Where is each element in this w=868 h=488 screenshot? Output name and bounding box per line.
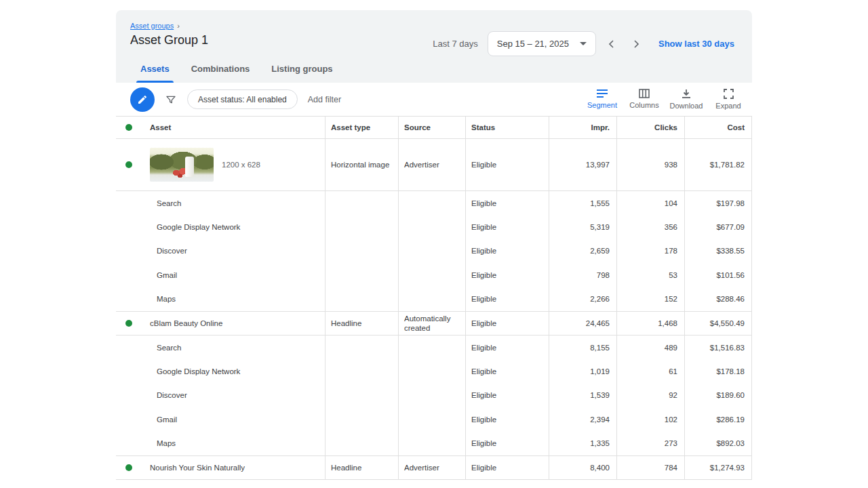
asset-name: cBlam Beauty Online xyxy=(150,319,222,327)
table-row[interactable]: cBlam Beauty Online Headline Automatical… xyxy=(116,311,752,336)
column-header-asset[interactable]: Asset xyxy=(142,117,325,138)
table-toolbar: Asset status: All enabled Add filter Seg… xyxy=(116,83,752,117)
chevron-down-icon xyxy=(580,42,587,45)
asset-group-card: Asset groups › Asset Group 1 Last 7 days… xyxy=(116,10,752,480)
clicks-cell: 152 xyxy=(616,287,684,311)
segment-lines-icon xyxy=(596,89,608,98)
asset-thumbnail xyxy=(150,148,214,182)
source-cell xyxy=(398,287,465,311)
impressions-cell: 5,319 xyxy=(549,215,616,239)
asset-name: Google Display Network xyxy=(157,223,240,231)
edit-button[interactable] xyxy=(130,87,155,112)
next-period-button[interactable] xyxy=(627,35,645,53)
tab-bar: Assets Combinations Listing groups xyxy=(140,64,333,83)
table-row[interactable]: Nourish Your Skin Naturally Headline Adv… xyxy=(116,455,752,480)
impressions-cell: 1,555 xyxy=(549,191,616,215)
impressions-cell: 24,465 xyxy=(549,312,616,335)
column-header-cost[interactable]: Cost xyxy=(684,117,752,138)
table-body: 1200 x 628 Horizontal image Advertiser E… xyxy=(116,139,752,480)
date-range-dropdown[interactable]: Sep 15 – 21, 2025 xyxy=(488,31,596,56)
clicks-cell: 61 xyxy=(616,359,684,383)
table-row[interactable]: Search Eligible 8,155 489 $1,516.83 xyxy=(116,336,752,359)
chevron-left-icon xyxy=(608,40,616,48)
asset-name: Maps xyxy=(157,295,176,303)
column-header-source[interactable]: Source xyxy=(398,117,465,138)
column-header-status[interactable]: Status xyxy=(465,117,549,138)
asset-type-cell: Headline xyxy=(325,456,398,479)
show-last-30-days-link[interactable]: Show last 30 days xyxy=(658,39,734,49)
table-row[interactable]: Discover Eligible 2,659 178 $338.55 xyxy=(116,239,752,263)
status-dot-icon xyxy=(125,124,132,131)
status-cell: Eligible xyxy=(465,287,549,311)
tab-assets[interactable]: Assets xyxy=(140,64,170,83)
cost-cell: $189.60 xyxy=(684,384,752,407)
tab-combinations[interactable]: Combinations xyxy=(191,64,250,83)
asset-type-cell xyxy=(325,359,398,383)
source-cell xyxy=(398,384,465,407)
table-row[interactable]: 1200 x 628 Horizontal image Advertiser E… xyxy=(116,139,752,191)
impressions-cell: 1,539 xyxy=(549,384,616,407)
card-header: Asset groups › Asset Group 1 Last 7 days… xyxy=(116,10,752,83)
asset-type-cell xyxy=(325,407,398,431)
pencil-icon xyxy=(137,94,148,105)
table-row[interactable]: Discover Eligible 1,539 92 $189.60 xyxy=(116,384,752,407)
cost-cell: $286.19 xyxy=(684,407,752,431)
impressions-cell: 798 xyxy=(549,263,616,287)
asset-name: Maps xyxy=(157,439,176,447)
clicks-cell: 102 xyxy=(616,407,684,431)
clicks-cell: 784 xyxy=(616,456,684,479)
table-row[interactable]: Search Eligible 1,555 104 $197.98 xyxy=(116,191,752,215)
asset-type-cell xyxy=(325,239,398,263)
expand-button[interactable]: Expand xyxy=(707,89,749,110)
previous-period-button[interactable] xyxy=(603,35,620,53)
clicks-cell: 178 xyxy=(616,239,684,263)
table-row[interactable]: Gmail Eligible 798 53 $101.56 xyxy=(116,263,752,287)
column-header-clicks[interactable]: Clicks xyxy=(616,117,684,138)
status-cell: Eligible xyxy=(465,312,549,335)
columns-button[interactable]: Columns xyxy=(623,89,665,110)
download-icon xyxy=(681,89,692,99)
table-row[interactable]: Maps Eligible 1,335 273 $892.03 xyxy=(116,432,752,455)
status-cell: Eligible xyxy=(465,263,549,287)
columns-icon xyxy=(639,89,650,98)
table-row[interactable]: Google Display Network Eligible 1,019 61… xyxy=(116,359,752,383)
column-header-asset-type[interactable]: Asset type xyxy=(325,117,398,138)
table-header-row: Asset Asset type Source Status Impr. Cli… xyxy=(116,117,752,139)
asset-name: Nourish Your Skin Naturally xyxy=(150,464,245,472)
table-row[interactable]: Google Display Network Eligible 5,319 35… xyxy=(116,215,752,239)
cost-cell: $1,516.83 xyxy=(684,336,752,359)
date-preset-label: Last 7 days xyxy=(433,39,478,49)
source-cell xyxy=(398,336,465,359)
table-row[interactable]: Gmail Eligible 2,394 102 $286.19 xyxy=(116,407,752,431)
column-header-impressions[interactable]: Impr. xyxy=(549,117,616,138)
asset-name: Gmail xyxy=(157,415,177,424)
assets-table: Asset Asset type Source Status Impr. Cli… xyxy=(116,117,752,480)
cost-cell: $101.56 xyxy=(684,263,752,287)
asset-name: Discover xyxy=(157,247,187,255)
impressions-cell: 13,997 xyxy=(549,139,616,190)
download-button[interactable]: Download xyxy=(665,89,707,110)
cost-cell: $677.09 xyxy=(684,215,752,239)
status-cell: Eligible xyxy=(465,456,549,479)
clicks-cell: 92 xyxy=(616,384,684,407)
asset-type-cell xyxy=(325,215,398,239)
expand-corners-icon xyxy=(724,89,734,99)
status-cell: Eligible xyxy=(465,407,549,431)
segment-button[interactable]: Segment xyxy=(581,89,623,110)
filter-button[interactable] xyxy=(165,94,176,105)
add-filter-button[interactable]: Add filter xyxy=(308,95,341,104)
date-range-value: Sep 15 – 21, 2025 xyxy=(497,39,569,49)
breadcrumb-link[interactable]: Asset groups xyxy=(130,22,174,30)
table-row[interactable]: Maps Eligible 2,266 152 $288.46 xyxy=(116,287,752,311)
asset-type-cell xyxy=(325,432,398,455)
asset-name: Google Display Network xyxy=(157,367,240,375)
source-cell xyxy=(398,263,465,287)
funnel-icon xyxy=(165,94,176,105)
asset-status-filter-chip[interactable]: Asset status: All enabled xyxy=(187,89,298,109)
tab-listing-groups[interactable]: Listing groups xyxy=(271,64,332,83)
source-cell: Advertiser xyxy=(398,139,465,190)
source-cell xyxy=(398,239,465,263)
impressions-cell: 2,659 xyxy=(549,239,616,263)
source-cell xyxy=(398,359,465,383)
source-cell xyxy=(398,215,465,239)
